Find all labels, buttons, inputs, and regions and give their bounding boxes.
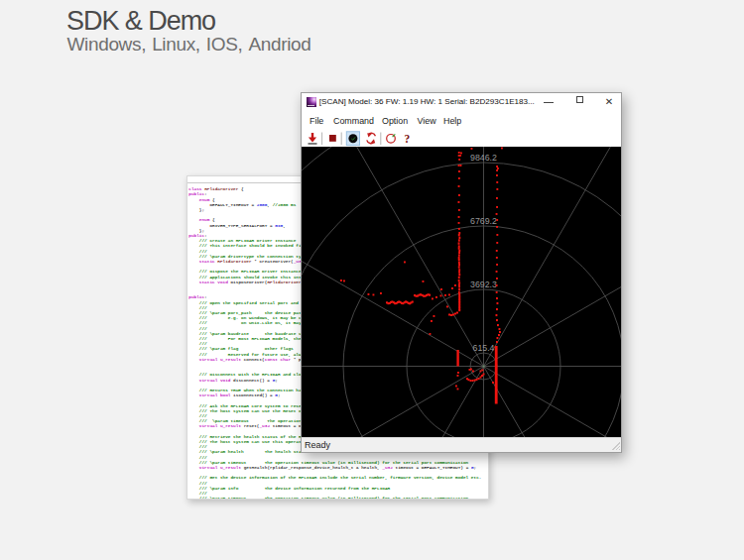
svg-text:9846.2: 9846.2 bbox=[470, 153, 497, 163]
svg-text:615.4: 615.4 bbox=[472, 343, 494, 353]
svg-text:6769.2: 6769.2 bbox=[470, 216, 497, 226]
svg-text:3692.3: 3692.3 bbox=[470, 280, 497, 289]
svg-text:?: ? bbox=[405, 133, 411, 145]
